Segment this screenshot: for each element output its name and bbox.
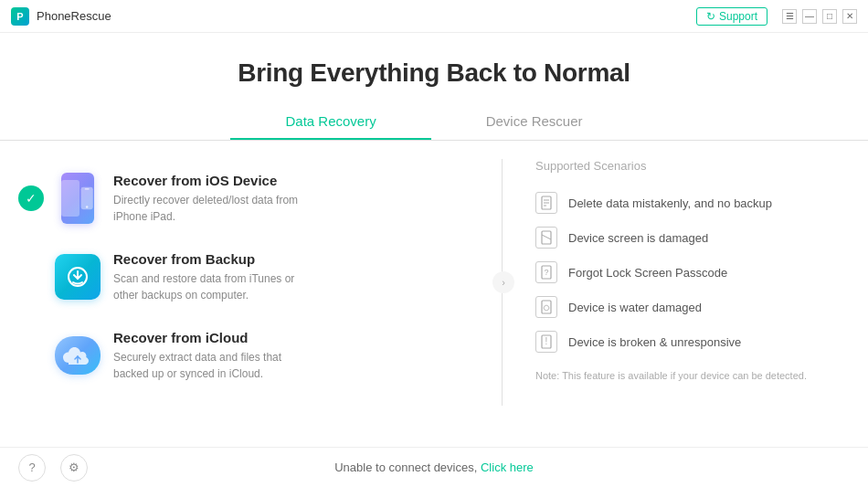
backup-text: Recover from Backup Scan and restore dat…	[113, 251, 314, 303]
footer-status: Unable to connect devices, Click here	[334, 461, 534, 474]
window-controls: ☰ — □ ✕	[782, 9, 857, 24]
ios-device-title: Recover from iOS Device	[113, 173, 314, 188]
scenario-item-1: Delete data mistakenly, and no backup	[535, 185, 813, 220]
scenario-text-5: Device is broken & unresponsive	[568, 335, 741, 349]
scenario-item-3: ? Forgot Lock Screen Passcode	[535, 255, 813, 290]
ios-device-icon	[55, 172, 101, 225]
scenario-text-3: Forgot Lock Screen Passcode	[568, 266, 727, 280]
hero-title: Bring Everything Back to Normal	[0, 58, 868, 88]
tabs-container: Data Recovery Device Rescuer	[0, 104, 868, 141]
help-button[interactable]: ?	[18, 454, 46, 482]
scenario-item-5: ! Device is broken & unresponsive	[535, 324, 813, 359]
menu-button[interactable]: ☰	[782, 9, 797, 24]
support-button[interactable]: ↻ Support	[696, 7, 767, 26]
scenario-text-4: Device is water damaged	[568, 301, 702, 314]
app-logo: P	[11, 7, 29, 26]
selected-check-icon: ✓	[18, 185, 44, 211]
title-bar-right: ↻ Support ☰ — □ ✕	[696, 7, 857, 26]
help-icon: ?	[28, 461, 35, 474]
icloud-text: Recover from iCloud Securely extract dat…	[113, 330, 314, 382]
svg-rect-13	[542, 301, 551, 313]
footer: ? ⚙ Unable to connect devices, Click her…	[0, 447, 868, 487]
scenarios-title: Supported Scenarios	[535, 159, 813, 173]
scenario-text-2: Device screen is damaged	[568, 231, 708, 245]
settings-button[interactable]: ⚙	[60, 454, 88, 482]
svg-rect-1	[84, 188, 89, 189]
main-content: Bring Everything Back to Normal Data Rec…	[0, 33, 868, 447]
scenario-icon-1	[535, 192, 557, 214]
app-name: PhoneRescue	[37, 9, 111, 23]
title-bar: P PhoneRescue ↻ Support ☰ — □ ✕	[0, 0, 868, 33]
backup-icon	[55, 250, 101, 303]
ios-device-desc: Directly recover deleted/lost data from …	[113, 192, 314, 225]
minimize-button[interactable]: —	[802, 9, 817, 24]
scenario-item-2: Device screen is damaged	[535, 220, 813, 255]
right-scenarios: Supported Scenarios Delete data mistaken…	[503, 159, 813, 406]
option-ios-device[interactable]: ✓ Recover from iOS Device Directly recov…	[55, 159, 474, 238]
svg-line-10	[542, 235, 551, 239]
ios-device-text: Recover from iOS Device Directly recover…	[113, 173, 314, 225]
tab-device-rescuer[interactable]: Device Rescuer	[431, 104, 638, 140]
icloud-icon	[55, 329, 101, 382]
scenario-icon-5: !	[535, 331, 557, 353]
hero-section: Bring Everything Back to Normal	[0, 33, 868, 88]
svg-rect-2	[86, 206, 88, 207]
backup-title: Recover from Backup	[113, 251, 314, 267]
tab-data-recovery[interactable]: Data Recovery	[230, 104, 430, 140]
options-section: ✓ Recover from iOS Device Directly recov…	[0, 141, 868, 406]
section-arrow: ›	[492, 271, 514, 293]
scenario-item-4: Device is water damaged	[535, 290, 813, 324]
footer-left: ? ⚙	[18, 454, 88, 482]
scenario-icon-2	[535, 227, 557, 249]
title-bar-left: P PhoneRescue	[11, 7, 111, 26]
left-options: ✓ Recover from iOS Device Directly recov…	[55, 159, 503, 406]
maximize-button[interactable]: □	[822, 9, 837, 24]
icloud-desc: Securely extract data and files that bac…	[113, 349, 314, 382]
svg-text:?: ?	[544, 268, 548, 277]
support-icon: ↻	[706, 10, 715, 23]
svg-text:!: !	[545, 336, 548, 346]
status-text: Unable to connect devices,	[334, 461, 477, 474]
scenario-text-1: Delete data mistakenly, and no backup	[568, 196, 772, 210]
backup-desc: Scan and restore data from iTunes or oth…	[113, 270, 314, 303]
close-button[interactable]: ✕	[842, 9, 857, 24]
option-icloud[interactable]: Recover from iCloud Securely extract dat…	[55, 316, 474, 395]
scenario-icon-4	[535, 296, 557, 318]
scenario-icon-3: ?	[535, 261, 557, 283]
settings-icon: ⚙	[69, 461, 79, 474]
option-backup[interactable]: Recover from Backup Scan and restore dat…	[55, 238, 474, 316]
scenario-note: Note: This feature is available if your …	[535, 368, 813, 384]
icloud-title: Recover from iCloud	[113, 330, 314, 345]
click-here-link[interactable]: Click here	[481, 461, 534, 474]
